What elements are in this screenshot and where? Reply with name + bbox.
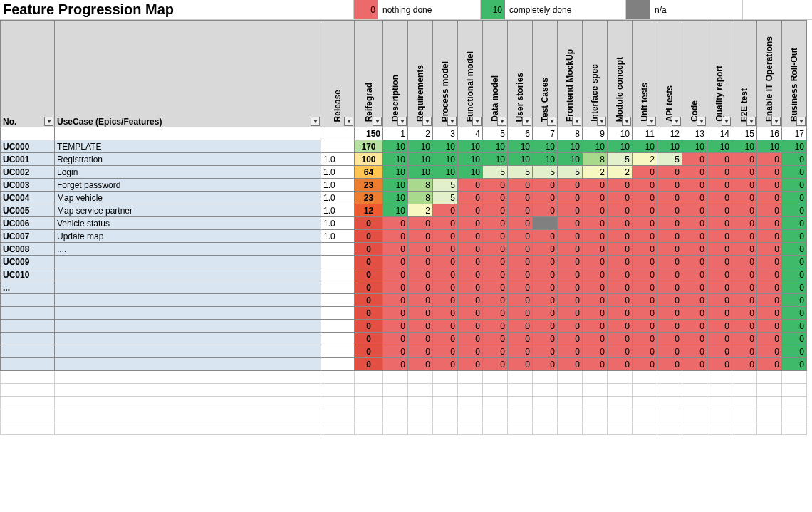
cell-value[interactable]: 0	[433, 204, 458, 217]
cell-value[interactable]: 0	[533, 204, 558, 217]
filter-dropdown-icon[interactable]: ▾	[672, 117, 681, 126]
filter-dropdown-icon[interactable]: ▾	[722, 117, 731, 126]
cell-value[interactable]: 0	[383, 281, 408, 294]
cell-value[interactable]: 0	[707, 281, 732, 294]
cell-no[interactable]: UC010	[1, 268, 55, 281]
cell-value[interactable]: 0	[757, 333, 782, 345]
cell-release[interactable]	[321, 256, 355, 268]
cell-release[interactable]: 1.0	[321, 179, 355, 192]
filter-dropdown-icon[interactable]: ▾	[597, 117, 606, 126]
cell-usecase[interactable]: Login	[55, 166, 321, 179]
cell-value[interactable]: 0	[533, 281, 558, 294]
cell-value[interactable]: 0	[608, 256, 633, 268]
empty-cell[interactable]	[608, 371, 633, 384]
cell-value[interactable]: 2	[608, 166, 633, 179]
cell-usecase[interactable]: ....	[55, 243, 321, 256]
empty-cell[interactable]	[757, 409, 782, 422]
empty-cell[interactable]	[608, 422, 633, 435]
cell-value[interactable]: 0	[583, 179, 608, 192]
cell-no[interactable]	[1, 358, 55, 371]
cell-value[interactable]: 0	[782, 256, 807, 268]
empty-cell[interactable]	[433, 397, 458, 409]
cell-value[interactable]: 0	[508, 345, 533, 358]
cell-value[interactable]: 0	[707, 256, 732, 268]
cell-value[interactable]: 0	[558, 281, 583, 294]
header-release[interactable]: Release ▾	[321, 21, 355, 127]
cell-value[interactable]: 0	[483, 217, 508, 230]
cell-value[interactable]: 0	[508, 243, 533, 256]
cell-value[interactable]: 0	[483, 333, 508, 345]
cell-reifegrad[interactable]: 0	[355, 230, 383, 243]
cell-value[interactable]: 10	[383, 140, 408, 153]
cell-value[interactable]: 0	[483, 268, 508, 281]
cell-release[interactable]	[321, 307, 355, 320]
cell-value[interactable]: 10	[433, 166, 458, 179]
cell-no[interactable]: UC006	[1, 217, 55, 230]
empty-cell[interactable]	[55, 371, 321, 384]
cell-value[interactable]: 0	[732, 268, 757, 281]
cell-value[interactable]: 0	[782, 320, 807, 333]
cell-value[interactable]: 0	[508, 281, 533, 294]
cell-value[interactable]: 0	[508, 294, 533, 307]
cell-value[interactable]: 0	[682, 153, 707, 166]
empty-cell[interactable]	[633, 397, 657, 409]
cell-value[interactable]: 0	[458, 294, 483, 307]
cell-value[interactable]: 0	[732, 333, 757, 345]
cell-value[interactable]: 0	[782, 179, 807, 192]
cell-value[interactable]: 0	[682, 320, 707, 333]
empty-cell[interactable]	[558, 422, 583, 435]
cell-value[interactable]: 0	[558, 358, 583, 371]
cell-value[interactable]: 10	[408, 140, 433, 153]
cell-usecase[interactable]	[55, 268, 321, 281]
cell-value[interactable]: 0	[483, 294, 508, 307]
empty-cell[interactable]	[458, 384, 483, 397]
cell-value[interactable]: 0	[558, 268, 583, 281]
empty-cell[interactable]	[757, 422, 782, 435]
cell-value[interactable]: 0	[757, 294, 782, 307]
cell-value[interactable]: 0	[633, 243, 657, 256]
cell-value[interactable]: 10	[657, 140, 682, 153]
cell-value[interactable]: 0	[657, 294, 682, 307]
empty-cell[interactable]	[1, 409, 55, 422]
cell-value[interactable]: 8	[583, 153, 608, 166]
cell-value[interactable]: 0	[608, 333, 633, 345]
empty-cell[interactable]	[707, 384, 732, 397]
cell-value[interactable]: 0	[533, 320, 558, 333]
cell-value[interactable]: 10	[383, 153, 408, 166]
filter-dropdown-icon[interactable]: ▾	[697, 117, 706, 126]
empty-cell[interactable]	[682, 371, 707, 384]
cell-value[interactable]: 0	[707, 345, 732, 358]
empty-cell[interactable]	[383, 397, 408, 409]
cell-value[interactable]: 0	[583, 204, 608, 217]
cell-value[interactable]: 0	[707, 358, 732, 371]
cell-value[interactable]: 0	[458, 192, 483, 204]
cell-value[interactable]: 0	[383, 307, 408, 320]
empty-cell[interactable]	[583, 409, 608, 422]
cell-value[interactable]: 0	[633, 333, 657, 345]
filter-dropdown-icon[interactable]: ▾	[311, 117, 320, 126]
cell-value[interactable]: 5	[608, 153, 633, 166]
cell-value[interactable]: 0	[458, 345, 483, 358]
cell-value[interactable]: 0	[583, 281, 608, 294]
empty-cell[interactable]	[732, 384, 757, 397]
cell-value[interactable]: 0	[583, 333, 608, 345]
cell-value[interactable]: 0	[707, 230, 732, 243]
cell-value[interactable]: 0	[633, 307, 657, 320]
cell-value[interactable]: 0	[707, 217, 732, 230]
cell-value[interactable]: 0	[408, 256, 433, 268]
cell-reifegrad[interactable]: 0	[355, 320, 383, 333]
empty-cell[interactable]	[633, 409, 657, 422]
cell-value[interactable]: 0	[757, 204, 782, 217]
filter-dropdown-icon[interactable]: ▾	[572, 117, 581, 126]
cell-value[interactable]: 0	[383, 294, 408, 307]
empty-cell[interactable]	[533, 371, 558, 384]
cell-usecase[interactable]: Registration	[55, 153, 321, 166]
cell-value[interactable]: 0	[657, 204, 682, 217]
cell-value[interactable]: 0	[408, 243, 433, 256]
cell-usecase[interactable]: Vehicle status	[55, 217, 321, 230]
cell-usecase[interactable]	[55, 307, 321, 320]
cell-value[interactable]: 0	[583, 307, 608, 320]
cell-value[interactable]: 0	[483, 204, 508, 217]
cell-value[interactable]: 0	[707, 307, 732, 320]
empty-cell[interactable]	[583, 371, 608, 384]
